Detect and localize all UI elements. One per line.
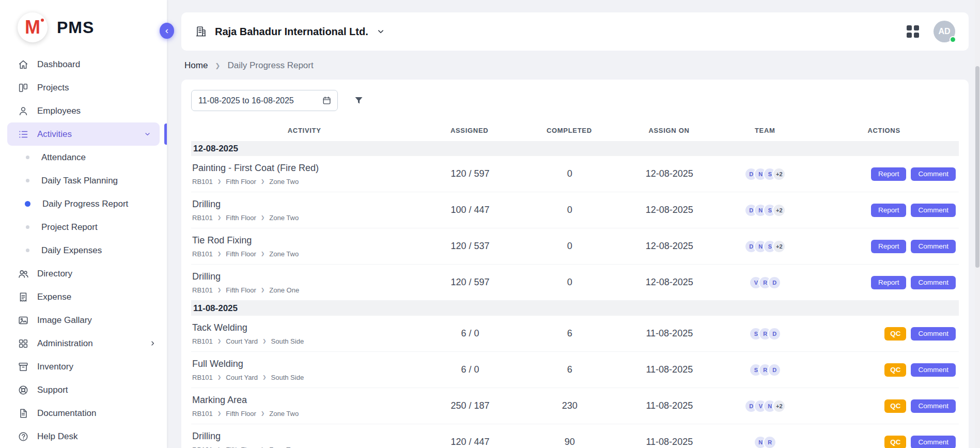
sidebar-item-label: Employees bbox=[37, 106, 81, 116]
comment-button[interactable]: Comment bbox=[911, 276, 956, 289]
users-icon bbox=[18, 268, 29, 280]
path-part: RB101 bbox=[192, 286, 213, 294]
sidebar-item-documentation[interactable]: Documentation bbox=[0, 401, 167, 425]
team-extra-count: +2 bbox=[772, 204, 786, 217]
path-part: Fifth Floor bbox=[226, 250, 256, 258]
row-actions: ReportComment bbox=[810, 276, 959, 289]
activity-path: RB101❯Fifth Floor❯Zone Two bbox=[192, 214, 418, 222]
comment-button[interactable]: Comment bbox=[911, 240, 956, 253]
comment-button[interactable]: Comment bbox=[911, 204, 956, 217]
activity-name: Drilling bbox=[192, 199, 418, 210]
online-status-dot bbox=[950, 36, 956, 43]
path-part: RB101 bbox=[192, 250, 213, 258]
support-icon bbox=[18, 384, 29, 396]
qc-button[interactable]: QC bbox=[884, 399, 906, 413]
sidebar-subitem-label: Daily Task Planning bbox=[41, 176, 118, 186]
column-assign-on: ASSIGN ON bbox=[617, 127, 721, 134]
sidebar-subitem-daily-task-planning[interactable]: Daily Task Planning bbox=[0, 169, 167, 192]
team-extra-count: +2 bbox=[772, 167, 786, 181]
team-avatars: DNS+2 bbox=[721, 240, 810, 253]
comment-button[interactable]: Comment bbox=[911, 327, 956, 341]
sidebar-item-employees[interactable]: Employees bbox=[0, 99, 167, 122]
path-part: South Side bbox=[271, 337, 304, 345]
report-button[interactable]: Report bbox=[871, 204, 907, 217]
sidebar-item-help-desk[interactable]: Help Desk bbox=[0, 425, 167, 448]
qc-button[interactable]: QC bbox=[884, 327, 906, 341]
sidebar-subitem-label: Daily Progress Report bbox=[42, 199, 128, 209]
assign-on-date: 12-08-2025 bbox=[618, 205, 721, 215]
sidebar-item-projects[interactable]: Projects bbox=[0, 76, 167, 99]
sidebar-item-activities[interactable]: Activities bbox=[7, 122, 160, 146]
path-part: Fifth Floor bbox=[226, 410, 256, 418]
filter-row: 11-08-2025 to 16-08-2025 bbox=[191, 90, 959, 111]
sidebar-item-dashboard[interactable]: Dashboard bbox=[0, 53, 167, 76]
sidebar-item-inventory[interactable]: Inventory bbox=[0, 355, 167, 378]
row-actions: ReportComment bbox=[810, 240, 959, 253]
sidebar-item-directory[interactable]: Directory bbox=[0, 262, 167, 285]
sidebar-item-image-gallary[interactable]: Image Gallary bbox=[0, 308, 167, 332]
assigned-value: 100 / 447 bbox=[418, 205, 522, 215]
comment-button[interactable]: Comment bbox=[911, 167, 956, 181]
date-range-input[interactable]: 11-08-2025 to 16-08-2025 bbox=[191, 90, 338, 111]
chevron-right-icon: ❯ bbox=[261, 215, 265, 220]
date-group-header: 11-08-2025 bbox=[191, 301, 959, 316]
report-button[interactable]: Report bbox=[871, 167, 907, 181]
qc-button[interactable]: QC bbox=[884, 363, 906, 377]
comment-button[interactable]: Comment bbox=[911, 363, 956, 377]
sidebar-subitem-daily-expenses[interactable]: Daily Expenses bbox=[0, 239, 167, 262]
sidebar-item-administration[interactable]: Administration bbox=[0, 332, 167, 355]
team-avatars: DNS+2 bbox=[721, 167, 810, 181]
chevron-right-icon: ❯ bbox=[217, 179, 222, 184]
app-logo[interactable]: M PMS bbox=[0, 0, 167, 52]
sidebar: M PMS ‹ DashboardProjectsEmployeesActivi… bbox=[0, 0, 167, 448]
path-part: Zone Two bbox=[269, 178, 299, 186]
filter-funnel-icon[interactable] bbox=[353, 95, 364, 106]
company-selector[interactable]: Raja Bahadur International Ltd. bbox=[195, 25, 385, 38]
user-icon bbox=[18, 105, 29, 117]
path-part: RB101 bbox=[192, 337, 213, 345]
assign-on-date: 12-08-2025 bbox=[618, 277, 721, 288]
activity-name: Drilling bbox=[192, 271, 418, 282]
scrollbar-track[interactable] bbox=[975, 0, 980, 448]
sidebar-subitem-project-report[interactable]: Project Report bbox=[0, 215, 167, 239]
sidebar-item-label: Inventory bbox=[37, 362, 73, 372]
row-actions: QCComment bbox=[810, 363, 959, 377]
path-part: RB101 bbox=[192, 446, 213, 448]
progress-table: ACTIVITY ASSIGNED COMPLETED ASSIGN ON TE… bbox=[191, 119, 959, 448]
report-button[interactable]: Report bbox=[871, 276, 907, 289]
chevron-right-icon: ❯ bbox=[217, 338, 222, 344]
sidebar-item-support[interactable]: Support bbox=[0, 378, 167, 401]
sidebar-subitem-daily-progress-report[interactable]: Daily Progress Report bbox=[0, 192, 167, 215]
comment-button[interactable]: Comment bbox=[911, 436, 956, 448]
table-row: Tack WeldingRB101❯Court Yard❯South Side6… bbox=[191, 316, 959, 352]
sidebar-subitem-attendance[interactable]: Attendance bbox=[0, 146, 167, 169]
assign-on-date: 12-08-2025 bbox=[618, 241, 721, 252]
grid-icon bbox=[18, 338, 29, 349]
image-icon bbox=[18, 315, 29, 326]
column-actions: ACTIONS bbox=[809, 127, 959, 134]
user-avatar[interactable]: AD bbox=[934, 21, 955, 42]
sidebar-collapse-button[interactable]: ‹ bbox=[160, 23, 174, 39]
active-nav-indicator bbox=[164, 123, 167, 145]
sidebar-subitem-label: Attendance bbox=[41, 152, 86, 163]
team-avatars: DVN+2 bbox=[721, 399, 810, 413]
qc-button[interactable]: QC bbox=[884, 436, 906, 448]
activity-path: RB101❯Fifth Floor❯Zone Two bbox=[192, 250, 418, 258]
breadcrumb-home[interactable]: Home bbox=[184, 60, 208, 71]
apps-grid-icon[interactable] bbox=[907, 25, 919, 38]
scrollbar-thumb[interactable] bbox=[975, 66, 979, 268]
chevron-right-icon bbox=[149, 339, 157, 347]
bullet-dot-icon bbox=[26, 156, 29, 159]
comment-button[interactable]: Comment bbox=[911, 399, 956, 413]
team-extra-count: +2 bbox=[772, 399, 786, 413]
date-group-header: 12-08-2025 bbox=[191, 141, 959, 156]
list-icon bbox=[18, 129, 29, 140]
table-row: Painting - First Coat (Fire Red)RB101❯Fi… bbox=[191, 156, 959, 192]
chevron-right-icon: ❯ bbox=[262, 375, 267, 380]
report-button[interactable]: Report bbox=[871, 240, 907, 253]
sidebar-item-expense[interactable]: Expense bbox=[0, 285, 167, 308]
completed-value: 0 bbox=[522, 205, 618, 215]
row-actions: QCComment bbox=[810, 436, 959, 448]
path-part: Zone Two bbox=[269, 214, 299, 222]
team-avatars: NR bbox=[721, 436, 810, 448]
